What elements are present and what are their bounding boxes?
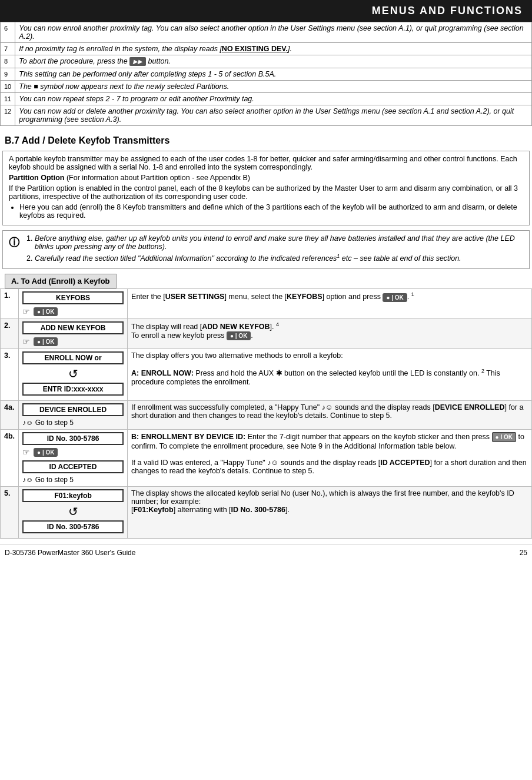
step-4b-num: 4b.: [1, 430, 19, 487]
footnote-row-7: 7 If no proximity tag is enrolled in the…: [1, 43, 532, 55]
step-3-description: The display offers you two alternative m…: [128, 349, 532, 401]
step-3-num: 3.: [1, 349, 19, 401]
step-5-num: 5.: [1, 487, 19, 539]
step-2-desc-ok-btn: ● | OK: [227, 331, 251, 340]
fn-text-12: You can now add or delete another proxim…: [15, 105, 532, 126]
footnote-table: 6 You can now enroll another proximity t…: [0, 22, 532, 126]
step-4b-description: B: ENROLLMENT BY DEVICE ID: Enter the 7-…: [128, 430, 532, 487]
fn-num-11: 11: [1, 93, 15, 105]
fn-num-12: 12: [1, 105, 15, 126]
step-5-display-box-2: ID No. 300-5786: [22, 520, 124, 533]
fn-text-7: If no proximity tag is enrolled in the s…: [15, 43, 532, 55]
step-4a-description: If enrollment was successfully completed…: [128, 401, 532, 430]
info-box-p1: A portable keyfob transmitter may be ass…: [9, 155, 523, 171]
fwd-button-icon: ▶▶: [129, 57, 146, 66]
step-1-description: Enter the [USER SETTINGS] menu, select t…: [128, 289, 532, 319]
fn-text-8: To abort the procedure, press the ▶▶ but…: [15, 55, 532, 68]
footnote-row-11: 11 You can now repeat steps 2 - 7 to pro…: [1, 93, 532, 105]
notes-list: Before anything else, gather up all keyf…: [35, 234, 523, 263]
step-3-row: 3. ENROLL NOW or ↺ ENTR ID:xxx-xxxx The …: [1, 349, 532, 401]
fn-text-10: The ■ symbol now appears next to the new…: [15, 81, 532, 93]
fn-num-9: 9: [1, 68, 15, 81]
step-1-hand-icon: ☞: [22, 307, 30, 316]
info-box-bullet: Here you can add (enroll) the 8 Keyfob t…: [19, 203, 523, 220]
step-4b-hand-icon: ☞: [22, 447, 30, 457]
step-4a-display: DEVICE ENROLLED ♪☺ Go to step 5: [19, 401, 128, 430]
step-1-ok-row: ☞ ● | OK: [22, 307, 124, 316]
step-4b-desc-ok-btn: ● I OK: [492, 432, 516, 442]
step-2-row: 2. ADD NEW KEYFOB ☞ ● | OK The display w…: [1, 319, 532, 349]
fn-num-10: 10: [1, 81, 15, 93]
step-2-description: The display will read [ADD NEW KEYFOB]. …: [128, 319, 532, 349]
partition-option-label: Partition Option: [9, 174, 64, 182]
fn-text-9: This setting can be performed only after…: [15, 68, 532, 81]
step-4a-row: 4a. DEVICE ENROLLED ♪☺ Go to step 5 If e…: [1, 401, 532, 430]
step-2-ok-btn: ● | OK: [34, 337, 58, 346]
step-1-ok-btn: ● | OK: [34, 307, 58, 316]
footnote-row-12: 12 You can now add or delete another pro…: [1, 105, 532, 126]
step-4b-ok-row: ☞ ● | OK: [22, 447, 124, 457]
step-3-display: ENROLL NOW or ↺ ENTR ID:xxx-xxxx: [19, 349, 128, 401]
step-4b-row: 4b. ID No. 300-5786 ☞ ● | OK ID ACCEPTED…: [1, 430, 532, 487]
notes-box: ⓘ Before anything else, gather up all ke…: [2, 230, 530, 269]
step-1-display-box: KEYFOBS: [22, 291, 124, 304]
step-4a-display-box: DEVICE ENROLLED: [22, 403, 124, 416]
step-5-row: 5. F01:keyfob ↺ ID No. 300-5786 The disp…: [1, 487, 532, 539]
step-4b-ok-btn: ● | OK: [34, 448, 58, 457]
step-2-num: 2.: [1, 319, 19, 349]
notes-text: Before anything else, gather up all keyf…: [24, 234, 523, 265]
step-4b-display-box-1: ID No. 300-5786: [22, 432, 124, 445]
step-4a-goto: ♪☺ Go to step 5: [22, 419, 124, 427]
page-footer: D-305736 PowerMaster 360 User's Guide 25: [0, 545, 532, 560]
step-1-num: 1.: [1, 289, 19, 319]
footnote-row-6: 6 You can now enroll another proximity t…: [1, 22, 532, 43]
page-title: MENUS AND FUNCTIONS: [372, 5, 523, 16]
step-5-description: The display shows the allocated keyfob s…: [128, 487, 532, 539]
fn-num-6: 6: [1, 22, 15, 43]
sub-section-a-header-container: A. To Add (Enroll) a Keyfob: [2, 274, 530, 288]
page-header: MENUS AND FUNCTIONS: [0, 0, 532, 22]
step-4a-num: 4a.: [1, 401, 19, 430]
step-3-display-box-1: ENROLL NOW or: [22, 351, 124, 364]
step-2-hand-icon: ☞: [22, 337, 30, 346]
fn-num-8: 8: [1, 55, 15, 68]
footnote-row-9: 9 This setting can be performed only aft…: [1, 68, 532, 81]
footnote-row-8: 8 To abort the procedure, press the ▶▶ b…: [1, 55, 532, 68]
footnote-row-10: 10 The ■ symbol now appears next to the …: [1, 81, 532, 93]
step-3-cycle-icon: ↺: [22, 367, 124, 381]
step-2-display: ADD NEW KEYFOB ☞ ● | OK: [19, 319, 128, 349]
step-4b-display: ID No. 300-5786 ☞ ● | OK ID ACCEPTED ♪☺ …: [19, 430, 128, 487]
step-5-cycle-icon: ↺: [22, 504, 124, 519]
info-circle-icon: ⓘ: [9, 235, 19, 265]
step-3-display-box-2: ENTR ID:xxx-xxxx: [22, 383, 124, 396]
info-box-keyfob: A portable keyfob transmitter may be ass…: [2, 151, 530, 225]
step-5-display: F01:keyfob ↺ ID No. 300-5786: [19, 487, 128, 539]
step-1-row: 1. KEYFOBS ☞ ● | OK Enter the [USER SETT…: [1, 289, 532, 319]
info-box-list: Here you can add (enroll) the 8 Keyfob t…: [19, 203, 523, 220]
fn-text-11: You can now repeat steps 2 - 7 to progra…: [15, 93, 532, 105]
info-box-p3: If the Partition option is enabled in th…: [9, 184, 523, 201]
step-1-desc-ok-btn: ● | OK: [383, 293, 407, 302]
step-2-ok-row: ☞ ● | OK: [22, 337, 124, 346]
section-b7-heading: B.7 Add / Delete Keyfob Transmitters: [5, 135, 527, 146]
footer-right: 25: [520, 549, 527, 557]
sub-section-a-header: A. To Add (Enroll) a Keyfob: [5, 274, 117, 288]
note-1: Before anything else, gather up all keyf…: [35, 234, 523, 251]
step-2-display-box: ADD NEW KEYFOB: [22, 321, 124, 334]
fn-num-7: 7: [1, 43, 15, 55]
steps-table: 1. KEYFOBS ☞ ● | OK Enter the [USER SETT…: [0, 288, 532, 539]
fn-text-6: You can now enroll another proximity tag…: [15, 22, 532, 43]
footer-left: D-305736 PowerMaster 360 User's Guide: [5, 549, 135, 557]
step-4b-display-box-2: ID ACCEPTED: [22, 460, 124, 473]
step-5-display-box-1: F01:keyfob: [22, 489, 124, 502]
note-2: Carefully read the section titled "Addit…: [35, 253, 523, 263]
step-4b-goto: ♪☺ Go to step 5: [22, 476, 124, 484]
info-box-p2: Partition Option (For information about …: [9, 174, 523, 182]
step-1-display: KEYFOBS ☞ ● | OK: [19, 289, 128, 319]
